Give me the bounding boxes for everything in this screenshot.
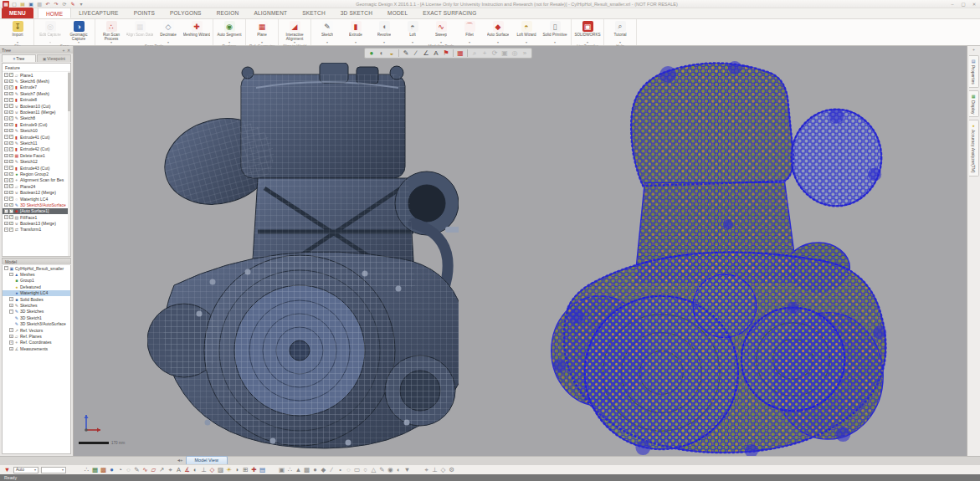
selection-filter-combo[interactable]: Auto ▾ bbox=[13, 467, 38, 473]
select-region-icon[interactable]: ▩ bbox=[303, 466, 310, 473]
checkbox-icon[interactable]: ✓ bbox=[9, 222, 13, 226]
maximize-button[interactable]: ▢ bbox=[960, 2, 967, 7]
feature-tree-item[interactable]: +✓◆[Auto Surface1] bbox=[3, 208, 70, 214]
interactive-alignment-button[interactable]: ◢Interactive Alignment▾ bbox=[280, 20, 309, 43]
sidebar-tab-tree[interactable]: ≡Tree bbox=[2, 54, 36, 62]
checkbox-icon[interactable]: ✓ bbox=[9, 215, 13, 219]
auto-segment-button[interactable]: ◉Auto Segment▾ bbox=[215, 20, 244, 43]
edit-capture-button[interactable]: ◎Edit Capture▾ bbox=[36, 20, 64, 43]
ribbon-tab-polygons[interactable]: POLYGONS bbox=[162, 8, 209, 18]
model-tree-item[interactable]: +⌖Ref. Coordinates bbox=[3, 340, 70, 345]
boundary-display-icon[interactable]: ◇ bbox=[208, 466, 216, 474]
checkbox-icon[interactable]: ✓ bbox=[9, 197, 13, 201]
feature-tree-item[interactable]: +✓⊎Boolean13 (Merge) bbox=[3, 220, 70, 226]
checkbox-icon[interactable]: ✓ bbox=[9, 147, 13, 151]
texture-display-icon[interactable]: ▨ bbox=[217, 466, 224, 474]
model-tree-item[interactable]: +✎Sketches bbox=[3, 302, 70, 308]
geomagic-capture-button[interactable]: ◑Geomagic Capture▾ bbox=[64, 20, 93, 43]
flood-select-icon[interactable]: ◉ bbox=[387, 466, 394, 473]
expand-icon[interactable]: + bbox=[4, 197, 8, 201]
checkbox-icon[interactable]: ✓ bbox=[9, 104, 13, 108]
snap-icon[interactable]: ⌖ bbox=[423, 466, 430, 474]
region-display-icon[interactable]: ▩ bbox=[100, 466, 107, 474]
expand-icon[interactable]: − bbox=[9, 310, 13, 314]
wire-display-icon[interactable]: ◌ bbox=[125, 466, 132, 474]
paint-select-icon[interactable]: ✎ bbox=[378, 466, 386, 473]
checkbox-icon[interactable]: ✓ bbox=[9, 73, 13, 77]
camera-view-icon[interactable]: ◎ bbox=[511, 49, 519, 57]
expand-icon[interactable]: + bbox=[9, 335, 13, 339]
shadow-icon[interactable]: ◗ bbox=[233, 466, 241, 474]
model-tree-item[interactable]: +▱Ref. Planes bbox=[3, 333, 70, 339]
feature-tree-item[interactable]: +✓▦Delete Face1 bbox=[3, 152, 70, 158]
undo-icon[interactable]: ↶ bbox=[44, 1, 51, 8]
feature-tree-item[interactable]: +✓▱Plane24 bbox=[3, 183, 70, 189]
app-menu-icon[interactable]: ▦ bbox=[3, 1, 9, 8]
more-tools-icon[interactable]: » bbox=[521, 49, 529, 57]
ribbon-tab-livecapture[interactable]: LIVECAPTURE bbox=[71, 8, 126, 18]
expand-icon[interactable]: + bbox=[4, 129, 8, 133]
model-tree-item[interactable]: +■Solid Bodies bbox=[3, 296, 70, 302]
measure-tool-icon[interactable]: ∕ bbox=[412, 49, 420, 57]
extrude-button[interactable]: ▮Extrude▾ bbox=[341, 20, 370, 43]
feature-tree-item[interactable]: +✓✎Sketch7 (Mesh) bbox=[3, 90, 70, 96]
align-scan-data-button[interactable]: ▦Align Scan Data bbox=[126, 20, 154, 41]
feature-tree-item[interactable]: +✓⌖Alignment Scan for Bes bbox=[3, 177, 70, 183]
model-tree-item[interactable]: −▲Meshes bbox=[3, 271, 70, 277]
deviation-display-icon[interactable]: ◐ bbox=[192, 466, 199, 474]
qa-dropdown-icon[interactable]: ▾ bbox=[78, 1, 85, 8]
curve-display-icon[interactable]: ∿ bbox=[141, 466, 149, 474]
expand-icon[interactable]: + bbox=[4, 104, 8, 108]
checkbox-icon[interactable]: ✓ bbox=[9, 79, 13, 84]
feature-tree-item[interactable]: +✓○Watertight LC4 bbox=[3, 196, 70, 202]
expand-icon[interactable]: + bbox=[4, 154, 8, 158]
secondary-filter-combo[interactable]: ▾ bbox=[41, 467, 66, 473]
expand-icon[interactable]: + bbox=[4, 116, 8, 120]
expand-icon[interactable]: + bbox=[4, 92, 8, 96]
close-icon[interactable]: ✕ bbox=[66, 48, 71, 53]
expand-icon[interactable]: + bbox=[9, 328, 13, 332]
ribbon-tab-points[interactable]: POINTS bbox=[126, 8, 162, 18]
mesh-display-icon[interactable]: ▦ bbox=[91, 466, 99, 474]
ribbon-tab-3d-sketch[interactable]: 3D SKETCH bbox=[333, 8, 380, 18]
tutorial-button[interactable]: ⌕Tutorial▾ bbox=[606, 20, 634, 43]
model-tree-item[interactable]: ✎3D Sketch1 bbox=[3, 315, 70, 320]
feature-tree-item[interactable]: +✓⇄Transform1 bbox=[3, 227, 70, 233]
select-all-icon[interactable]: ▣ bbox=[278, 466, 285, 473]
feature-tree-item[interactable]: +✓✎Sketch6 (Mesh) bbox=[3, 78, 70, 84]
solid-primitive-button[interactable]: ▯Solid Primitive▾ bbox=[541, 20, 569, 43]
checkbox-icon[interactable]: ✓ bbox=[9, 209, 13, 213]
expand-icon[interactable]: + bbox=[9, 347, 13, 351]
sweep-button[interactable]: ∿Sweep▾ bbox=[427, 20, 455, 43]
expand-icon[interactable]: + bbox=[9, 297, 13, 301]
checkbox-icon[interactable]: ✓ bbox=[9, 123, 13, 127]
pencil-qa-icon[interactable]: ✎ bbox=[69, 1, 76, 8]
coord-display-icon[interactable]: ⌖ bbox=[167, 466, 174, 474]
ribbon-tab-alignment[interactable]: ALIGNMENT bbox=[246, 8, 295, 18]
expand-icon[interactable]: + bbox=[4, 222, 8, 226]
label-display-icon[interactable]: A bbox=[175, 466, 182, 474]
redo-icon[interactable]: ↷ bbox=[53, 1, 59, 8]
checkbox-icon[interactable]: ✓ bbox=[9, 172, 13, 177]
filter-select-icon[interactable]: ▼ bbox=[403, 466, 411, 473]
revolve-button[interactable]: ◖Revolve▾ bbox=[370, 20, 398, 43]
expand-icon[interactable]: + bbox=[4, 135, 8, 139]
feature-tree-item[interactable]: +✓▮Extrude7 bbox=[3, 84, 70, 90]
checkbox-icon[interactable]: ✓ bbox=[9, 154, 13, 158]
select-vertex-icon[interactable]: • bbox=[336, 466, 344, 473]
viewport[interactable]: ●◐◒✎∕∠A⚑▦⌕+⟳▣◎» bbox=[74, 46, 967, 456]
checkbox-icon[interactable]: ✓ bbox=[9, 85, 13, 90]
ribbon-tab-model[interactable]: MODEL bbox=[380, 8, 415, 18]
decimate-button[interactable]: ◇Decimate▾ bbox=[154, 20, 182, 43]
pan-tool-icon[interactable]: + bbox=[480, 49, 489, 57]
rotate-tool-icon[interactable]: ⟳ bbox=[490, 49, 499, 57]
checkbox-icon[interactable]: ✓ bbox=[9, 98, 13, 102]
checkbox-icon[interactable]: ✓ bbox=[9, 110, 13, 115]
ribbon-tab-region[interactable]: REGION bbox=[209, 8, 247, 18]
expand-icon[interactable]: + bbox=[4, 191, 8, 195]
invert-select-icon[interactable]: ◐ bbox=[395, 466, 403, 473]
checkbox-icon[interactable]: ✓ bbox=[9, 160, 13, 164]
dock-tab-display[interactable]: ▦Display bbox=[969, 90, 979, 117]
checkbox-icon[interactable]: ✓ bbox=[9, 129, 13, 133]
axis-icon[interactable]: ✚ bbox=[250, 466, 258, 474]
